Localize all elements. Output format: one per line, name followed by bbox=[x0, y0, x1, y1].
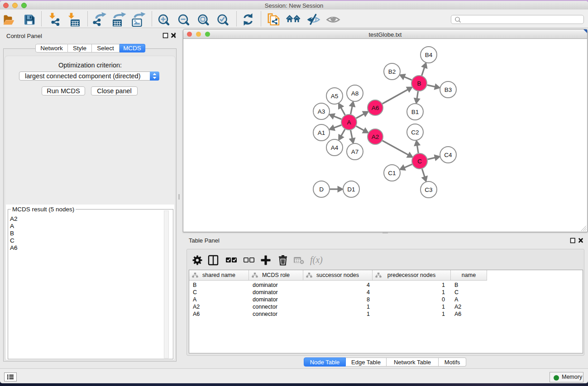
svg-text:A7: A7 bbox=[351, 148, 359, 155]
svg-text:B4: B4 bbox=[425, 52, 433, 58]
svg-text:C4: C4 bbox=[444, 152, 452, 158]
svg-text:A1: A1 bbox=[318, 129, 325, 136]
svg-text:B: B bbox=[417, 80, 421, 87]
svg-text:C: C bbox=[417, 158, 422, 165]
svg-text:D1: D1 bbox=[347, 186, 355, 193]
svg-text:A5: A5 bbox=[331, 93, 339, 100]
svg-text:A: A bbox=[347, 119, 351, 126]
svg-text:A8: A8 bbox=[351, 90, 359, 97]
svg-text:B2: B2 bbox=[388, 68, 396, 75]
svg-text:B3: B3 bbox=[445, 86, 452, 93]
svg-text:C1: C1 bbox=[388, 170, 396, 176]
svg-text:D: D bbox=[319, 186, 324, 193]
svg-text:C2: C2 bbox=[411, 129, 419, 136]
svg-text:A6: A6 bbox=[372, 105, 379, 111]
svg-text:A2: A2 bbox=[372, 133, 379, 140]
svg-text:A3: A3 bbox=[318, 108, 325, 115]
svg-text:A4: A4 bbox=[331, 144, 339, 151]
svg-text:C3: C3 bbox=[425, 186, 432, 193]
svg-text:B1: B1 bbox=[411, 109, 419, 115]
